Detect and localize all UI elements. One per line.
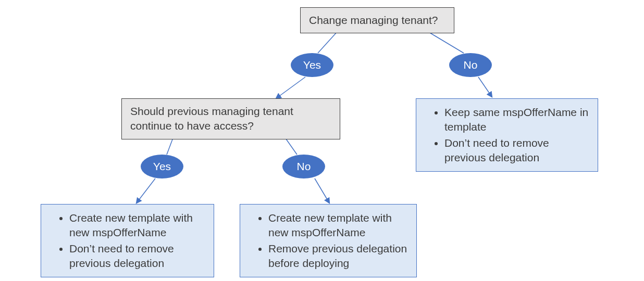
decision-text: Change managing tenant? [309,14,438,26]
branch-label-no: No [282,155,325,178]
decision-text: Should previous managing tenant continue… [130,105,293,132]
result-item: Don’t need to remove previous delegation [444,136,590,165]
result-list: Create new template with new mspOfferNam… [245,211,409,271]
result-item: Create new template with new mspOfferNam… [268,211,409,240]
branch-label-yes: Yes [141,155,183,178]
branch-label-text: Yes [153,160,171,173]
svg-line-0 [318,31,338,53]
result-item: Keep same mspOfferName in template [444,105,590,135]
branch-label-text: Yes [303,59,321,71]
decision-previous-tenant-access: Should previous managing tenant continue… [121,98,340,139]
result-item: Remove previous delegation before deploy… [268,241,409,271]
branch-label-yes: Yes [291,53,333,77]
decision-change-managing-tenant: Change managing tenant? [300,7,454,33]
svg-line-7 [315,178,329,203]
result-item: Don’t need to remove previous delegation [69,241,206,271]
svg-line-1 [427,31,464,53]
branch-label-text: No [464,59,478,71]
branch-label-no: No [449,53,492,77]
result-create-template-keep-delegation: Create new template with new mspOfferNam… [41,204,214,277]
svg-line-3 [478,77,492,97]
result-create-template-remove-delegation: Create new template with new mspOfferNam… [240,204,417,277]
svg-line-6 [137,178,155,203]
flowchart-canvas: Change managing tenant? Yes No Should pr… [0,0,644,281]
result-list: Keep same mspOfferName in template Don’t… [422,105,590,165]
svg-line-2 [276,77,305,98]
result-keep-same-offer: Keep same mspOfferName in template Don’t… [416,98,598,172]
result-item: Create new template with new mspOfferNam… [69,211,206,240]
result-list: Create new template with new mspOfferNam… [46,211,206,271]
branch-label-text: No [297,160,311,173]
